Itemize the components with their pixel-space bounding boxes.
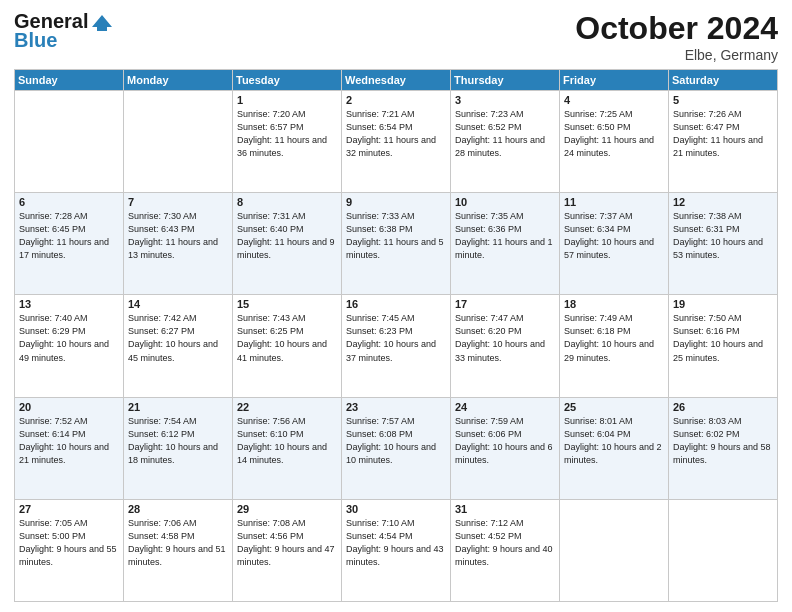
cell-daylight-info: Sunrise: 7:31 AM Sunset: 6:40 PM Dayligh… xyxy=(237,210,337,262)
day-number: 17 xyxy=(455,298,555,310)
calendar-cell: 7Sunrise: 7:30 AM Sunset: 6:43 PM Daylig… xyxy=(124,193,233,295)
cell-daylight-info: Sunrise: 8:03 AM Sunset: 6:02 PM Dayligh… xyxy=(673,415,773,467)
calendar-week-row: 1Sunrise: 7:20 AM Sunset: 6:57 PM Daylig… xyxy=(15,91,778,193)
cell-daylight-info: Sunrise: 7:40 AM Sunset: 6:29 PM Dayligh… xyxy=(19,312,119,364)
calendar-header-thursday: Thursday xyxy=(451,70,560,91)
day-number: 30 xyxy=(346,503,446,515)
day-number: 19 xyxy=(673,298,773,310)
calendar-week-row: 13Sunrise: 7:40 AM Sunset: 6:29 PM Dayli… xyxy=(15,295,778,397)
calendar-cell: 25Sunrise: 8:01 AM Sunset: 6:04 PM Dayli… xyxy=(560,397,669,499)
cell-daylight-info: Sunrise: 7:10 AM Sunset: 4:54 PM Dayligh… xyxy=(346,517,446,569)
calendar-cell: 29Sunrise: 7:08 AM Sunset: 4:56 PM Dayli… xyxy=(233,499,342,601)
calendar-cell: 3Sunrise: 7:23 AM Sunset: 6:52 PM Daylig… xyxy=(451,91,560,193)
calendar-cell xyxy=(560,499,669,601)
cell-daylight-info: Sunrise: 7:23 AM Sunset: 6:52 PM Dayligh… xyxy=(455,108,555,160)
day-number: 6 xyxy=(19,196,119,208)
day-number: 29 xyxy=(237,503,337,515)
day-number: 2 xyxy=(346,94,446,106)
cell-daylight-info: Sunrise: 7:59 AM Sunset: 6:06 PM Dayligh… xyxy=(455,415,555,467)
logo: General Blue xyxy=(14,10,112,52)
logo-blue: Blue xyxy=(14,29,57,52)
calendar-cell: 18Sunrise: 7:49 AM Sunset: 6:18 PM Dayli… xyxy=(560,295,669,397)
calendar-cell: 19Sunrise: 7:50 AM Sunset: 6:16 PM Dayli… xyxy=(669,295,778,397)
day-number: 8 xyxy=(237,196,337,208)
calendar-cell: 13Sunrise: 7:40 AM Sunset: 6:29 PM Dayli… xyxy=(15,295,124,397)
calendar-cell: 6Sunrise: 7:28 AM Sunset: 6:45 PM Daylig… xyxy=(15,193,124,295)
cell-daylight-info: Sunrise: 7:30 AM Sunset: 6:43 PM Dayligh… xyxy=(128,210,228,262)
calendar-cell: 28Sunrise: 7:06 AM Sunset: 4:58 PM Dayli… xyxy=(124,499,233,601)
cell-daylight-info: Sunrise: 7:28 AM Sunset: 6:45 PM Dayligh… xyxy=(19,210,119,262)
calendar-cell: 12Sunrise: 7:38 AM Sunset: 6:31 PM Dayli… xyxy=(669,193,778,295)
calendar-header-row: SundayMondayTuesdayWednesdayThursdayFrid… xyxy=(15,70,778,91)
calendar-week-row: 6Sunrise: 7:28 AM Sunset: 6:45 PM Daylig… xyxy=(15,193,778,295)
calendar-cell: 11Sunrise: 7:37 AM Sunset: 6:34 PM Dayli… xyxy=(560,193,669,295)
cell-daylight-info: Sunrise: 7:56 AM Sunset: 6:10 PM Dayligh… xyxy=(237,415,337,467)
day-number: 5 xyxy=(673,94,773,106)
day-number: 10 xyxy=(455,196,555,208)
day-number: 9 xyxy=(346,196,446,208)
cell-daylight-info: Sunrise: 7:43 AM Sunset: 6:25 PM Dayligh… xyxy=(237,312,337,364)
cell-daylight-info: Sunrise: 8:01 AM Sunset: 6:04 PM Dayligh… xyxy=(564,415,664,467)
cell-daylight-info: Sunrise: 7:33 AM Sunset: 6:38 PM Dayligh… xyxy=(346,210,446,262)
cell-daylight-info: Sunrise: 7:25 AM Sunset: 6:50 PM Dayligh… xyxy=(564,108,664,160)
day-number: 15 xyxy=(237,298,337,310)
calendar-table: SundayMondayTuesdayWednesdayThursdayFrid… xyxy=(14,69,778,602)
calendar-cell xyxy=(124,91,233,193)
day-number: 18 xyxy=(564,298,664,310)
calendar-cell: 30Sunrise: 7:10 AM Sunset: 4:54 PM Dayli… xyxy=(342,499,451,601)
calendar-cell: 8Sunrise: 7:31 AM Sunset: 6:40 PM Daylig… xyxy=(233,193,342,295)
cell-daylight-info: Sunrise: 7:21 AM Sunset: 6:54 PM Dayligh… xyxy=(346,108,446,160)
calendar-cell: 2Sunrise: 7:21 AM Sunset: 6:54 PM Daylig… xyxy=(342,91,451,193)
calendar-header-tuesday: Tuesday xyxy=(233,70,342,91)
day-number: 28 xyxy=(128,503,228,515)
calendar-cell xyxy=(15,91,124,193)
calendar-cell: 15Sunrise: 7:43 AM Sunset: 6:25 PM Dayli… xyxy=(233,295,342,397)
day-number: 23 xyxy=(346,401,446,413)
calendar-body: 1Sunrise: 7:20 AM Sunset: 6:57 PM Daylig… xyxy=(15,91,778,602)
day-number: 4 xyxy=(564,94,664,106)
cell-daylight-info: Sunrise: 7:52 AM Sunset: 6:14 PM Dayligh… xyxy=(19,415,119,467)
title-area: October 2024 Elbe, Germany xyxy=(575,10,778,63)
calendar-header-saturday: Saturday xyxy=(669,70,778,91)
calendar-cell: 23Sunrise: 7:57 AM Sunset: 6:08 PM Dayli… xyxy=(342,397,451,499)
day-number: 3 xyxy=(455,94,555,106)
calendar-cell: 27Sunrise: 7:05 AM Sunset: 5:00 PM Dayli… xyxy=(15,499,124,601)
calendar-cell: 17Sunrise: 7:47 AM Sunset: 6:20 PM Dayli… xyxy=(451,295,560,397)
calendar-cell: 5Sunrise: 7:26 AM Sunset: 6:47 PM Daylig… xyxy=(669,91,778,193)
cell-daylight-info: Sunrise: 7:12 AM Sunset: 4:52 PM Dayligh… xyxy=(455,517,555,569)
day-number: 12 xyxy=(673,196,773,208)
cell-daylight-info: Sunrise: 7:06 AM Sunset: 4:58 PM Dayligh… xyxy=(128,517,228,569)
calendar-cell xyxy=(669,499,778,601)
calendar-cell: 14Sunrise: 7:42 AM Sunset: 6:27 PM Dayli… xyxy=(124,295,233,397)
cell-daylight-info: Sunrise: 7:26 AM Sunset: 6:47 PM Dayligh… xyxy=(673,108,773,160)
calendar-header-monday: Monday xyxy=(124,70,233,91)
calendar-header-wednesday: Wednesday xyxy=(342,70,451,91)
cell-daylight-info: Sunrise: 7:49 AM Sunset: 6:18 PM Dayligh… xyxy=(564,312,664,364)
day-number: 20 xyxy=(19,401,119,413)
logo-arrow-icon xyxy=(90,13,112,31)
day-number: 7 xyxy=(128,196,228,208)
cell-daylight-info: Sunrise: 7:37 AM Sunset: 6:34 PM Dayligh… xyxy=(564,210,664,262)
calendar-cell: 16Sunrise: 7:45 AM Sunset: 6:23 PM Dayli… xyxy=(342,295,451,397)
cell-daylight-info: Sunrise: 7:05 AM Sunset: 5:00 PM Dayligh… xyxy=(19,517,119,569)
day-number: 27 xyxy=(19,503,119,515)
page: General Blue October 2024 Elbe, Germany … xyxy=(0,0,792,612)
calendar-cell: 26Sunrise: 8:03 AM Sunset: 6:02 PM Dayli… xyxy=(669,397,778,499)
cell-daylight-info: Sunrise: 7:42 AM Sunset: 6:27 PM Dayligh… xyxy=(128,312,228,364)
calendar-cell: 21Sunrise: 7:54 AM Sunset: 6:12 PM Dayli… xyxy=(124,397,233,499)
calendar-week-row: 20Sunrise: 7:52 AM Sunset: 6:14 PM Dayli… xyxy=(15,397,778,499)
location: Elbe, Germany xyxy=(575,47,778,63)
svg-marker-0 xyxy=(92,15,112,31)
day-number: 24 xyxy=(455,401,555,413)
calendar-cell: 24Sunrise: 7:59 AM Sunset: 6:06 PM Dayli… xyxy=(451,397,560,499)
day-number: 13 xyxy=(19,298,119,310)
calendar-cell: 4Sunrise: 7:25 AM Sunset: 6:50 PM Daylig… xyxy=(560,91,669,193)
day-number: 31 xyxy=(455,503,555,515)
day-number: 11 xyxy=(564,196,664,208)
day-number: 21 xyxy=(128,401,228,413)
cell-daylight-info: Sunrise: 7:50 AM Sunset: 6:16 PM Dayligh… xyxy=(673,312,773,364)
calendar-header-friday: Friday xyxy=(560,70,669,91)
day-number: 26 xyxy=(673,401,773,413)
day-number: 14 xyxy=(128,298,228,310)
cell-daylight-info: Sunrise: 7:20 AM Sunset: 6:57 PM Dayligh… xyxy=(237,108,337,160)
